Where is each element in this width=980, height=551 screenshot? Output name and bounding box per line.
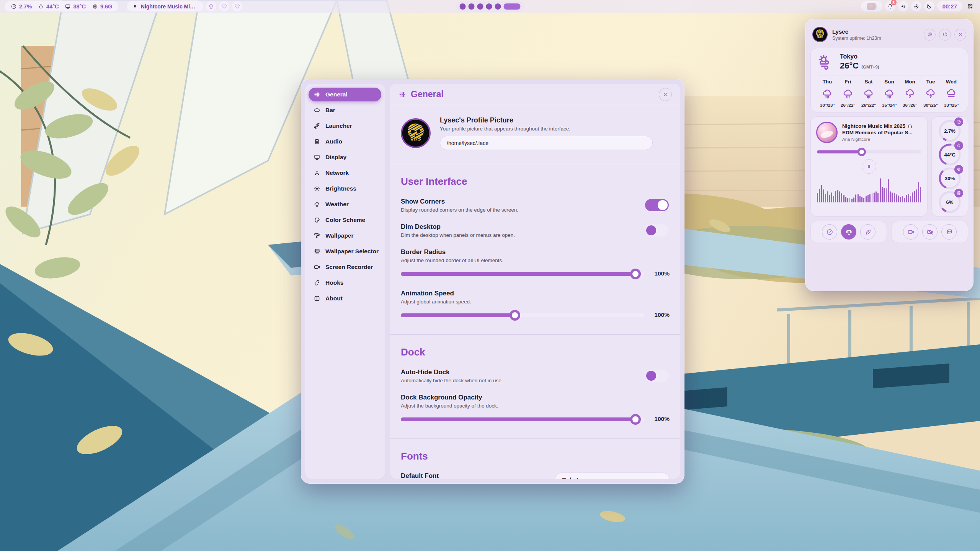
- slider-knob[interactable]: [510, 310, 520, 321]
- slider-knob[interactable]: [630, 414, 641, 425]
- workspace-dot-2[interactable]: [469, 3, 475, 10]
- gauge-gauge: 2.7%: [938, 119, 962, 143]
- monitor-icon: [65, 3, 71, 10]
- workspace-dot-4[interactable]: [486, 3, 492, 10]
- panel-close-button[interactable]: [954, 29, 966, 41]
- system-uptime: System uptime: 1h23m: [832, 36, 881, 41]
- dim-desktop-toggle[interactable]: [645, 224, 669, 236]
- volume-button[interactable]: [898, 1, 908, 11]
- setting-label: Show Corners: [401, 198, 670, 205]
- videooff-icon: [926, 228, 934, 236]
- network-icon: [314, 170, 320, 176]
- chip-icon: [92, 3, 98, 10]
- default-font-dropdown[interactable]: Roboto: [555, 473, 670, 479]
- tray-app-button[interactable]: [861, 1, 882, 11]
- brightness-icon: [314, 185, 320, 192]
- power-profile-balanced-button[interactable]: [841, 224, 856, 240]
- media-progress-knob[interactable]: [858, 148, 866, 156]
- power-profile-performance-button[interactable]: [822, 224, 837, 240]
- setting-label: Dim Desktop: [401, 223, 670, 231]
- imagestack-icon: [946, 228, 953, 236]
- setting-description: Adjust global animation speed.: [401, 299, 670, 305]
- bar-skull-button[interactable]: [206, 1, 216, 11]
- workspace-dot-1[interactable]: [460, 3, 466, 10]
- bar-heart-button[interactable]: [232, 1, 242, 11]
- close-button[interactable]: [659, 88, 672, 101]
- overview-button[interactable]: [965, 1, 975, 11]
- visualizer-bar: [877, 193, 879, 202]
- visualizer-bar: [890, 191, 891, 202]
- settings-header: General: [390, 84, 680, 105]
- visualizer-bar: [845, 197, 846, 202]
- sidebar-item-general[interactable]: General: [309, 88, 381, 101]
- stat-chip: 9.6G: [92, 3, 112, 10]
- dock-opacity-slider[interactable]: [401, 417, 644, 421]
- setting-description: Adjust the rounded border of all UI elem…: [401, 258, 670, 263]
- power-profile-power-saver-button[interactable]: [860, 224, 875, 240]
- visualizer-bar: [880, 178, 881, 202]
- section-title-user-interface: User Interface: [401, 176, 670, 187]
- rocket-icon: [314, 122, 320, 129]
- sidebar-item-hooks[interactable]: Hooks: [309, 276, 381, 290]
- forecast-day-mon: Mon 36°/26°: [900, 79, 920, 108]
- auto-hide-dock-toggle[interactable]: [645, 370, 669, 382]
- notifications-button[interactable]: 8: [885, 1, 895, 11]
- screen-record-off-button[interactable]: [922, 224, 938, 240]
- pause-button[interactable]: [862, 159, 876, 174]
- media-progress-slider[interactable]: [816, 148, 922, 156]
- video-icon: [907, 228, 915, 236]
- visualizer-bar: [886, 188, 887, 202]
- workspace-indicator[interactable]: [456, 1, 524, 11]
- visualizer-bar: [821, 185, 822, 202]
- workspace-dot-3[interactable]: [477, 3, 483, 10]
- workspace-dot-5[interactable]: [495, 3, 501, 10]
- visualizer-bar: [841, 193, 842, 202]
- visualizer-bar: [819, 189, 820, 202]
- sliders-icon: [399, 91, 406, 98]
- section-title-fonts: Fonts: [401, 450, 670, 462]
- wallpaper-button[interactable]: [941, 224, 957, 240]
- clock[interactable]: 00:27: [937, 1, 962, 11]
- sidebar-item-screen-recorder[interactable]: Screen Recorder: [309, 260, 381, 274]
- headphones-icon: [907, 124, 913, 129]
- visualizer-bar: [908, 194, 909, 202]
- sidebar-item-bar[interactable]: Bar: [309, 103, 381, 117]
- sidebar-item-weather[interactable]: Weather: [309, 197, 381, 211]
- sidebar-item-wallpaper-selector[interactable]: Wallpaper Selector: [309, 245, 381, 258]
- sidebar-item-audio[interactable]: Audio: [309, 135, 381, 148]
- screen-record-button[interactable]: [903, 224, 918, 240]
- sidebar-item-brightness[interactable]: Brightness: [309, 182, 381, 196]
- show-corners-toggle[interactable]: [645, 199, 669, 211]
- workspace-dot-6[interactable]: [504, 3, 521, 10]
- panel-power-button[interactable]: [939, 29, 951, 41]
- profile-path-input[interactable]: [440, 136, 653, 150]
- media-title-line2: EDM Remixes of Popular S...: [842, 130, 913, 136]
- weather-temperature: 26°C: [840, 61, 859, 71]
- album-art: [816, 122, 838, 143]
- brightness-button[interactable]: [911, 1, 921, 11]
- user-avatar: [812, 27, 828, 42]
- panel-settings-button[interactable]: [924, 29, 936, 41]
- system-stats-pill[interactable]: 2.7%44°C38°C9.6G: [5, 1, 118, 11]
- animation-speed-slider[interactable]: [401, 313, 644, 317]
- sidebar-item-about[interactable]: About: [309, 292, 381, 305]
- bar-heart-button[interactable]: [219, 1, 229, 11]
- profile-avatar[interactable]: [401, 118, 431, 148]
- pause-icon: [866, 163, 872, 170]
- gauge-icon: [826, 228, 833, 236]
- sidebar-item-network[interactable]: Network: [309, 166, 381, 180]
- sidebar-item-display[interactable]: Display: [309, 150, 381, 164]
- sidebar-item-launcher[interactable]: Launcher: [309, 119, 381, 133]
- night-light-off-button[interactable]: [924, 1, 934, 11]
- gauge-db: 6%: [938, 190, 962, 214]
- forecast-day-sat: Sat 26°/22°: [858, 79, 879, 108]
- weather-city: Tokyo: [840, 53, 879, 60]
- slider-knob[interactable]: [630, 269, 641, 279]
- bar-media-pill[interactable]: Nightcore Music Mix 20...: [127, 1, 203, 11]
- sidebar-item-color-scheme[interactable]: Color Scheme: [309, 213, 381, 227]
- visualizer-bar: [843, 195, 844, 202]
- skull-icon: [208, 3, 214, 9]
- sidebar-item-wallpaper[interactable]: Wallpaper: [309, 229, 381, 243]
- border-radius-slider[interactable]: [401, 272, 644, 276]
- settings-scroll-area[interactable]: Lysec's Profile Picture Your profile pic…: [390, 106, 680, 479]
